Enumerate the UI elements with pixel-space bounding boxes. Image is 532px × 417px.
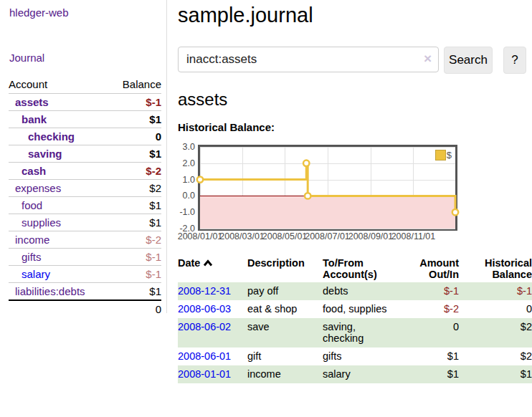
register-header-balance: HistoricalBalance bbox=[459, 256, 532, 282]
account-row: food$1 bbox=[9, 197, 161, 214]
account-row: supplies$1 bbox=[9, 214, 161, 231]
transaction-amount: $1 bbox=[414, 365, 459, 383]
historical-balance-chart: 3.02.01.00.0-1.0-2.0 $ 2008/01/012008/03… bbox=[178, 140, 532, 244]
account-link-saving[interactable]: saving bbox=[28, 148, 62, 160]
account-row: checking0 bbox=[9, 128, 161, 145]
account-row: bank$1 bbox=[9, 111, 161, 128]
transaction-description: pay off bbox=[247, 282, 323, 300]
account-link-assets[interactable]: assets bbox=[15, 96, 49, 108]
account-link-checking[interactable]: checking bbox=[28, 130, 75, 143]
legend-swatch-icon bbox=[435, 150, 446, 160]
search-input[interactable] bbox=[178, 47, 439, 72]
nav-journal-link[interactable]: Journal bbox=[9, 52, 166, 64]
page-title: sample.journal bbox=[178, 4, 532, 27]
register-header-amount: AmountOut/In bbox=[414, 256, 459, 282]
account-balance: $-2 bbox=[110, 163, 161, 180]
account-row: expenses$2 bbox=[9, 180, 161, 197]
account-balance: $1 bbox=[110, 145, 161, 163]
main-content: sample.journal × Search ? assets Histori… bbox=[178, 0, 532, 383]
transaction-accounts: saving, checking bbox=[323, 318, 414, 348]
transaction-description: gift bbox=[247, 348, 323, 365]
sidebar: hledger-web Journal Account Balance asse… bbox=[0, 0, 167, 313]
accounts-total-value: 0 bbox=[110, 300, 161, 317]
account-row: income$-2 bbox=[9, 231, 161, 249]
register-table: Date Description To/FromAccount(s) Amoun… bbox=[178, 256, 532, 383]
transaction-accounts: salary bbox=[323, 365, 414, 383]
transaction-date-link[interactable]: 2008-12-31 bbox=[178, 285, 231, 297]
transaction-description: save bbox=[247, 318, 323, 348]
search-input-wrap: × bbox=[178, 47, 439, 72]
accounts-total-row: 0 bbox=[9, 300, 161, 317]
transaction-balance: $1 bbox=[459, 365, 532, 383]
account-balance: $1 bbox=[110, 197, 161, 214]
account-balance: $-1 bbox=[110, 94, 161, 111]
register-header-date: Date bbox=[178, 256, 247, 282]
register-header-description: Description bbox=[247, 256, 323, 282]
register-header-tofrom: To/FromAccount(s) bbox=[323, 256, 414, 282]
account-balance: $1 bbox=[110, 214, 161, 231]
transaction-amount: $1 bbox=[414, 348, 459, 365]
register-row: 2008-06-01 gift gifts $1 $2 bbox=[178, 348, 532, 365]
app-title-link[interactable]: hledger-web bbox=[9, 6, 166, 19]
clear-search-icon[interactable]: × bbox=[424, 51, 432, 67]
register-row: 2008-01-01 income salary $1 $1 bbox=[178, 365, 532, 383]
transaction-balance: 0 bbox=[459, 300, 532, 318]
transaction-description: eat & shop bbox=[247, 300, 323, 318]
account-row: assets$-1 bbox=[9, 94, 161, 111]
legend-label: $ bbox=[447, 150, 452, 160]
account-link-cash[interactable]: cash bbox=[22, 165, 46, 177]
register-header-row: Date Description To/FromAccount(s) Amoun… bbox=[178, 256, 532, 282]
transaction-balance: $2 bbox=[459, 348, 532, 365]
register-row: 2008-06-02 save saving, checking 0 $2 bbox=[178, 318, 532, 348]
transaction-date-link[interactable]: 2008-01-01 bbox=[178, 368, 231, 380]
account-balance: 0 bbox=[110, 128, 161, 145]
transaction-accounts: gifts bbox=[323, 348, 414, 365]
account-link-expenses[interactable]: expenses bbox=[15, 182, 61, 194]
account-balance: $-1 bbox=[110, 249, 161, 266]
accounts-header-balance: Balance bbox=[110, 75, 161, 94]
account-link-salary[interactable]: salary bbox=[22, 268, 50, 280]
account-row: cash$-2 bbox=[9, 163, 161, 180]
accounts-table: Account Balance assets$-1 bank$1 checkin… bbox=[9, 75, 161, 317]
account-row: saving$1 bbox=[9, 145, 161, 163]
account-link-income[interactable]: income bbox=[15, 234, 49, 246]
register-row: 2008-06-03 eat & shop food, supplies $-2… bbox=[178, 300, 532, 318]
transaction-amount: $-1 bbox=[414, 282, 459, 300]
account-link-gifts[interactable]: gifts bbox=[22, 251, 42, 263]
transaction-date-link[interactable]: 2008-06-02 bbox=[178, 321, 231, 332]
account-link-bank[interactable]: bank bbox=[22, 113, 47, 125]
transaction-date-link[interactable]: 2008-06-03 bbox=[178, 303, 231, 315]
search-form: × Search ? bbox=[178, 47, 532, 72]
account-balance: $1 bbox=[110, 111, 161, 128]
help-button[interactable]: ? bbox=[503, 47, 526, 74]
transaction-accounts: debts bbox=[323, 282, 414, 300]
chart-legend: $ bbox=[435, 150, 452, 160]
account-row: liabilities:debts$1 bbox=[9, 283, 161, 301]
search-button[interactable]: Search bbox=[444, 47, 493, 74]
chart-series-line bbox=[200, 147, 455, 229]
accounts-header-account: Account bbox=[9, 75, 110, 94]
account-link-food[interactable]: food bbox=[22, 199, 42, 211]
chart-title: Historical Balance: bbox=[178, 121, 532, 133]
transaction-balance: $2 bbox=[459, 318, 532, 348]
account-balance: $1 bbox=[110, 283, 161, 301]
account-row: gifts$-1 bbox=[9, 249, 161, 266]
transaction-amount: $-2 bbox=[414, 300, 459, 318]
account-balance: $-1 bbox=[110, 266, 161, 283]
account-balance: $2 bbox=[110, 180, 161, 197]
transaction-accounts: food, supplies bbox=[323, 300, 414, 318]
transaction-description: income bbox=[247, 365, 323, 383]
chart-plot-area: $ bbox=[198, 145, 457, 231]
account-link-supplies[interactable]: supplies bbox=[22, 216, 61, 229]
transaction-amount: 0 bbox=[414, 318, 459, 348]
account-balance: $-2 bbox=[110, 231, 161, 249]
register-row: 2008-12-31 pay off debts $-1 $-1 bbox=[178, 282, 532, 300]
sort-ascending-icon bbox=[203, 259, 213, 267]
transaction-date-link[interactable]: 2008-06-01 bbox=[178, 350, 231, 362]
account-heading: assets bbox=[178, 90, 532, 110]
account-row: salary$-1 bbox=[9, 266, 161, 283]
transaction-balance: $-1 bbox=[459, 282, 532, 300]
account-link-liabilities-debts[interactable]: liabilities:debts bbox=[15, 285, 85, 297]
